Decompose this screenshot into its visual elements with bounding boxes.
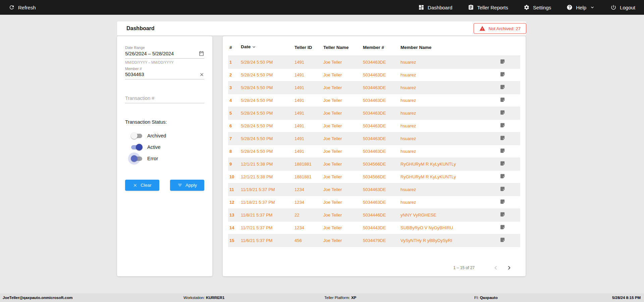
row-teller-name: Joe Teller <box>322 132 362 145</box>
note-icon[interactable] <box>500 199 505 204</box>
not-archived-badge[interactable]: Not Archived: 27 <box>474 23 526 34</box>
note-icon[interactable] <box>500 59 505 64</box>
note-icon[interactable] <box>500 212 505 217</box>
teller-platform-value: XP <box>351 296 356 300</box>
filter-panel: Date Range MM/DD/YYYY – MM/DD/YYYY Membe… <box>117 36 212 276</box>
table-row[interactable]: 1411/7/21 5:37 PM1234Joe Teller5034443DE… <box>228 221 520 234</box>
nav-settings-label: Settings <box>533 5 551 10</box>
fi-value: Qaxpauto <box>480 296 498 300</box>
calendar-icon[interactable] <box>199 51 204 56</box>
close-icon <box>133 183 138 188</box>
table-row[interactable]: 912/1/21 5:38 PM1881881Joe Teller5034566… <box>228 158 520 170</box>
teller-platform-info: Teller Platform: XP <box>324 293 356 302</box>
row-teller-name: Joe Teller <box>322 145 362 158</box>
col-date[interactable]: Date <box>239 40 293 56</box>
row-actions <box>496 56 520 68</box>
dashboard-icon <box>418 4 424 10</box>
toggle-error[interactable]: Error <box>131 153 204 164</box>
next-page-button[interactable] <box>505 263 514 272</box>
nav-logout-label: Logout <box>620 5 635 10</box>
user-email: JoeTeller@qaxpauto.onmicrosoft.com <box>3 293 72 302</box>
clear-member-icon[interactable] <box>199 72 204 77</box>
pagination: 1 – 15 of 27 <box>453 263 514 272</box>
refresh-label: Refresh <box>18 5 36 10</box>
row-actions <box>496 196 520 208</box>
nav-logout[interactable]: Logout <box>610 4 635 10</box>
toggle-active-switch[interactable] <box>131 145 142 149</box>
nav-settings[interactable]: Settings <box>524 4 551 10</box>
toggle-archived-switch[interactable] <box>131 134 142 138</box>
results-panel: # Date Teller ID Teller Name Member # Me… <box>223 36 526 276</box>
col-member-number[interactable]: Member # <box>362 40 399 56</box>
note-icon[interactable] <box>500 71 505 77</box>
col-number[interactable]: # <box>228 40 239 56</box>
toggle-archived[interactable]: Archived <box>131 130 204 141</box>
row-date: 11/18/21 5:37 PM <box>239 196 293 208</box>
table-row[interactable]: 45/28/24 5:50 PM1491Joe Teller5034463DEh… <box>228 94 520 107</box>
date-range-input[interactable] <box>125 51 199 56</box>
table-row[interactable]: 1111/19/21 5:37 PM1234Joe Teller5034463D… <box>228 183 520 196</box>
table-row[interactable]: 75/28/24 5:50 PM1491Joe Teller5034463DEh… <box>228 132 520 145</box>
nav-teller-reports-label: Teller Reports <box>477 5 508 10</box>
note-icon[interactable] <box>500 161 505 166</box>
table-row[interactable]: 55/28/24 5:50 PM1491Joe Teller5034463DEh… <box>228 107 520 119</box>
member-number-input[interactable] <box>125 72 199 77</box>
teller-platform-label: Teller Platform: <box>324 296 350 300</box>
prev-page-button[interactable] <box>491 263 500 272</box>
note-icon[interactable] <box>500 110 505 115</box>
row-member-name: RyGHURyM R KyLyKUNTLy <box>399 170 496 183</box>
table-row[interactable]: 25/28/24 5:50 PM1491Joe Teller5034463DEh… <box>228 68 520 81</box>
note-icon[interactable] <box>500 122 505 128</box>
note-icon[interactable] <box>500 135 505 141</box>
table-row[interactable]: 1012/1/21 5:38 PM1881881Joe Teller503456… <box>228 170 520 183</box>
note-icon[interactable] <box>500 224 505 230</box>
toggle-archived-label: Archived <box>147 133 166 138</box>
clear-button-label: Clear <box>141 183 151 188</box>
row-teller-id: 1234 <box>293 221 322 234</box>
row-actions <box>496 68 520 81</box>
transaction-number-input[interactable] <box>125 96 204 101</box>
nav-dashboard[interactable]: Dashboard <box>418 4 452 10</box>
row-teller-id: 22 <box>293 208 322 221</box>
nav-teller-reports[interactable]: Teller Reports <box>468 4 508 10</box>
row-number: 12 <box>228 196 239 208</box>
toggle-error-switch[interactable] <box>131 157 142 161</box>
clipboard-icon <box>468 4 474 10</box>
col-teller-name[interactable]: Teller Name <box>322 40 362 56</box>
col-member-name[interactable]: Member Name <box>399 40 496 56</box>
toggle-active[interactable]: Active <box>131 141 204 153</box>
refresh-button[interactable]: Refresh <box>9 4 36 10</box>
row-member-number: 5034479DE <box>362 234 399 247</box>
table-row[interactable]: 85/28/24 5:50 PM1491Joe Teller5034463DEh… <box>228 145 520 158</box>
table-row[interactable]: 35/28/24 5:50 PM1491Joe Teller5034463DEh… <box>228 81 520 94</box>
note-icon[interactable] <box>500 186 505 192</box>
table-row[interactable]: 65/28/24 5:50 PM1491Joe Teller5034463DEh… <box>228 119 520 132</box>
note-icon[interactable] <box>500 237 505 243</box>
table-row[interactable]: 1211/18/21 5:37 PM1234Joe Teller5034463D… <box>228 196 520 208</box>
table-row[interactable]: 15/28/24 5:50 PM1491Joe Teller5034463DEh… <box>228 56 520 68</box>
row-teller-name: Joe Teller <box>322 208 362 221</box>
date-range-field <box>125 51 204 59</box>
row-number: 10 <box>228 170 239 183</box>
note-icon[interactable] <box>500 84 505 90</box>
page-title: Dashboard <box>126 25 155 32</box>
note-icon[interactable] <box>500 97 505 103</box>
clear-button[interactable]: Clear <box>125 180 159 191</box>
row-date: 11/6/21 5:37 PM <box>239 234 293 247</box>
row-number: 15 <box>228 234 239 247</box>
col-teller-id[interactable]: Teller ID <box>293 40 322 56</box>
warning-icon <box>479 25 485 32</box>
table-row[interactable]: 1311/8/21 5:37 PM22Joe Teller5034446DEyN… <box>228 208 520 221</box>
row-member-number: 5034446DE <box>362 208 399 221</box>
table-row[interactable]: 1511/6/21 5:37 PM456Joe Teller5034479DEV… <box>228 234 520 247</box>
row-teller-name: Joe Teller <box>322 158 362 170</box>
apply-button[interactable]: Apply <box>170 180 204 191</box>
nav-help[interactable]: Help <box>567 4 595 10</box>
power-icon <box>610 4 616 10</box>
note-icon[interactable] <box>500 173 505 179</box>
row-member-number: 5034443DE <box>362 221 399 234</box>
row-member-name: hsuarez <box>399 132 496 145</box>
status-toggles: Archived Active Error <box>131 130 204 164</box>
note-icon[interactable] <box>500 148 505 154</box>
row-teller-id: 1491 <box>293 132 322 145</box>
